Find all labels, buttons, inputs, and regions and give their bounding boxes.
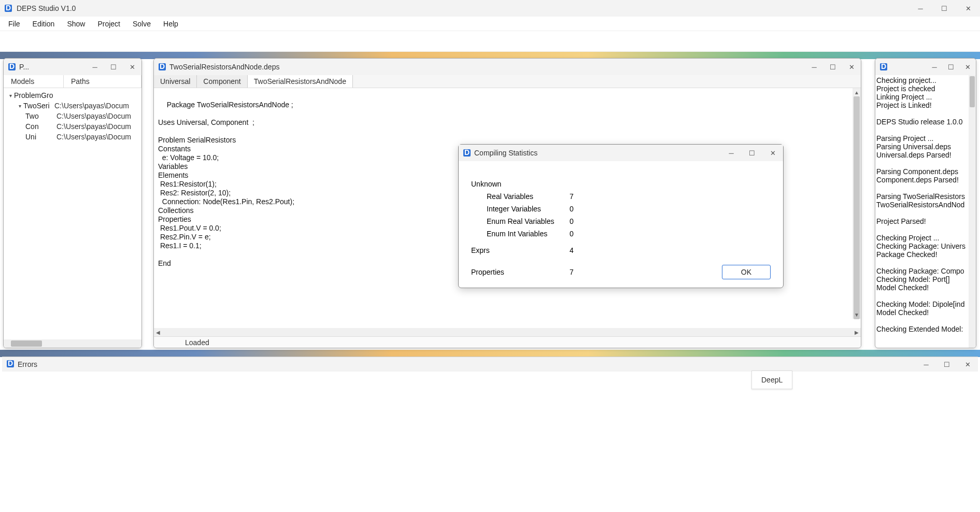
dialog-title: Compiling Statistics (474, 149, 721, 157)
chevron-down-icon[interactable]: ▾ (16, 103, 23, 109)
minimize-button[interactable]: ─ (721, 146, 742, 160)
log-line (876, 259, 975, 267)
tab-models[interactable]: Models (4, 75, 64, 88)
editor-tab[interactable]: Component (197, 75, 247, 88)
scroll-down-icon[interactable]: ▼ (853, 310, 861, 319)
maximize-button[interactable]: ☐ (943, 60, 959, 74)
tree-item-path: C:\Users\payas\Docum (56, 133, 131, 141)
editor-tab[interactable]: Universal (154, 75, 197, 88)
log-line: Checking project... (876, 76, 975, 84)
svg-text:D: D (6, 4, 11, 12)
svg-text:D: D (160, 63, 165, 70)
project-tree[interactable]: ▾ ProblemGro ▾TwoSeriC:\Users\payas\Docu… (4, 88, 141, 144)
editor-title: TwoSerialResistorsAndNode.deps (169, 63, 805, 71)
chevron-down-icon[interactable]: ▾ (7, 93, 14, 98)
log-line (876, 109, 975, 118)
exprs-label: Exprs (471, 246, 570, 254)
log-line: Checking Model: Port[] (876, 275, 975, 283)
maximize-button[interactable]: ☐ (936, 358, 957, 371)
tree-item-path: C:\Users\payas\Docum (54, 102, 129, 110)
log-line (876, 184, 975, 192)
deepl-overlay[interactable]: DeepL (751, 371, 792, 389)
horizontal-scrollbar[interactable]: ◀ ▶ (154, 328, 861, 336)
close-button[interactable]: ✕ (957, 358, 978, 371)
tab-paths[interactable]: Paths (64, 75, 141, 88)
minimize-button[interactable]: ─ (926, 60, 943, 74)
stat-value: 0 (570, 230, 590, 238)
project-panel-window: D P... ─ ☐ ✕ Models Paths ▾ ProblemGro ▾… (3, 58, 142, 348)
menu-edition[interactable]: Edition (26, 18, 61, 30)
menu-show[interactable]: Show (61, 18, 91, 30)
dialog-body: Unknown Real Variables7Integer Variables… (459, 161, 783, 288)
main-titlebar: D DEPS Studio V1.0 ─ ☐ ✕ (0, 0, 980, 17)
maximize-button[interactable]: ☐ (932, 0, 956, 17)
vertical-scrollbar[interactable] (969, 75, 976, 348)
properties-value: 7 (570, 268, 590, 276)
scrollbar-thumb[interactable] (11, 340, 42, 347)
maximize-button[interactable]: ☐ (742, 146, 762, 160)
deepl-label: DeepL (761, 376, 783, 384)
maximize-button[interactable]: ☐ (823, 60, 842, 74)
log-panel-window: D ─ ☐ ✕ Checking project...Project is ch… (875, 58, 976, 348)
tree-item-path: C:\Users\payas\Docum (56, 112, 131, 120)
scrollbar-thumb[interactable] (854, 96, 860, 319)
menu-help[interactable]: Help (157, 18, 184, 30)
app-icon: D (6, 360, 15, 369)
dialog-titlebar[interactable]: D Compiling Statistics ─ ☐ ✕ (459, 145, 783, 161)
menu-solve[interactable]: Solve (126, 18, 157, 30)
editor-statusbar: Loaded (154, 336, 861, 348)
scroll-right-icon[interactable]: ▶ (853, 328, 861, 336)
stat-label: Enum Real Variables (471, 217, 570, 225)
minimize-button[interactable]: ─ (86, 60, 104, 74)
close-button[interactable]: ✕ (762, 146, 783, 160)
project-panel-titlebar[interactable]: D P... ─ ☐ ✕ (4, 59, 141, 75)
maximize-button[interactable]: ☐ (104, 60, 123, 74)
close-button[interactable]: ✕ (956, 0, 980, 17)
stat-label: Enum Int Variables (471, 230, 570, 238)
menu-file[interactable]: File (2, 18, 26, 30)
tree-item-label[interactable]: Two (25, 112, 56, 120)
close-button[interactable]: ✕ (959, 60, 976, 74)
editor-titlebar[interactable]: D TwoSerialResistorsAndNode.deps ─ ☐ ✕ (154, 59, 861, 75)
scroll-up-icon[interactable]: ▲ (853, 88, 861, 96)
log-line (876, 292, 975, 300)
log-line (876, 159, 975, 167)
log-line: Project Parsed! (876, 217, 975, 225)
errors-titlebar[interactable]: D Errors ─ ☐ ✕ (2, 357, 978, 372)
project-tabs: Models Paths (4, 75, 141, 88)
app-icon: D (879, 63, 888, 71)
tree-item-label[interactable]: Uni (25, 133, 56, 141)
log-line: Linking Project ... (876, 93, 975, 101)
close-button[interactable]: ✕ (842, 60, 861, 74)
log-line: Checking Extended Model: (876, 325, 975, 333)
app-icon: D (8, 63, 16, 71)
stat-label: Real Variables (471, 192, 570, 201)
tree-item-label[interactable]: TwoSeri (23, 102, 54, 110)
log-line: Project is checked (876, 84, 975, 93)
minimize-button[interactable]: ─ (908, 0, 932, 17)
log-line: Model Checked! (876, 283, 975, 292)
ok-button[interactable]: OK (722, 265, 771, 279)
log-line: Parsing TwoSerialResistors (876, 192, 975, 201)
scrollbar-thumb[interactable] (970, 76, 975, 107)
tree-item-label[interactable]: Con (25, 122, 56, 131)
log-line (876, 225, 975, 234)
stat-value: 0 (570, 205, 590, 213)
horizontal-scrollbar[interactable] (4, 339, 141, 348)
menu-project[interactable]: Project (91, 18, 126, 30)
log-line: Component.deps Parsed! (876, 176, 975, 184)
log-titlebar[interactable]: D ─ ☐ ✕ (875, 59, 976, 75)
close-button[interactable]: ✕ (123, 60, 141, 74)
scroll-left-icon[interactable]: ◀ (154, 328, 162, 336)
log-line: DEPS Studio release 1.0.0 (876, 118, 975, 126)
log-line: Universal.deps Parsed! (876, 151, 975, 159)
app-icon: D (158, 63, 166, 71)
minimize-button[interactable]: ─ (805, 60, 823, 74)
minimize-button[interactable]: ─ (916, 358, 936, 371)
log-line (876, 317, 975, 325)
vertical-scrollbar[interactable]: ▲ ▼ (853, 88, 861, 319)
log-output[interactable]: Checking project...Project is checkedLin… (875, 75, 976, 348)
svg-text:D: D (8, 360, 13, 367)
editor-tab[interactable]: TwoSerialResistorsAndNode (248, 75, 353, 88)
tree-root[interactable]: ProblemGro (14, 91, 53, 99)
